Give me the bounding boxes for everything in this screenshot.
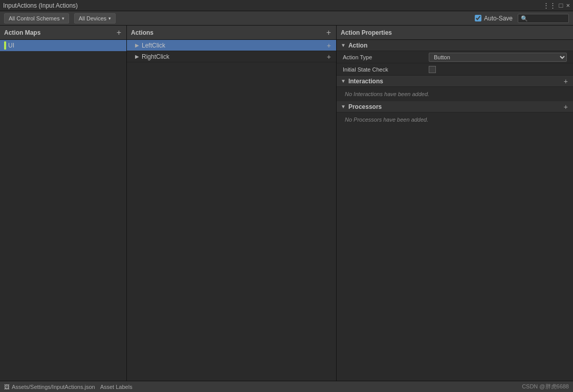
devices-arrow: ▾: [108, 16, 111, 21]
menu-icon[interactable]: ⋮⋮: [543, 2, 556, 9]
main-layout: Action Maps + UI Actions + ▶ LeftClick +…: [0, 26, 573, 381]
auto-save-label: Auto-Save: [484, 15, 513, 22]
action-section-arrow: ▼: [341, 42, 346, 48]
action-type-row: Action Type Button Value Pass Through: [337, 51, 573, 63]
bottom-bar: 🖼 Assets/Settings/InputActions.json Asse…: [0, 381, 573, 392]
action-label-rightclick: RightClick: [142, 53, 169, 60]
control-schemes-button[interactable]: All Control Schemes ▾: [4, 13, 69, 24]
actions-panel: Actions + ▶ LeftClick + ▶ RightClick +: [127, 26, 337, 381]
add-action-map-button[interactable]: +: [116, 29, 122, 37]
add-processor-button[interactable]: +: [563, 103, 569, 111]
actions-title: Actions: [131, 29, 153, 36]
action-item-leftclick[interactable]: ▶ LeftClick +: [127, 40, 336, 51]
action-map-label-ui: UI: [8, 42, 14, 49]
interactions-section-arrow: ▼: [341, 78, 346, 84]
window-title: InputActions (Input Actions): [3, 2, 78, 9]
action-map-item-ui[interactable]: UI: [0, 40, 126, 51]
asset-labels-item: Asset Labels: [100, 384, 133, 390]
action-map-accent: [4, 41, 6, 50]
devices-button[interactable]: All Devices ▾: [74, 13, 116, 24]
action-add-rightclick[interactable]: +: [326, 53, 332, 61]
action-arrow-rightclick: ▶: [135, 54, 139, 59]
processors-empty-msg: No Processors have been added.: [337, 112, 573, 127]
action-item-rightclick[interactable]: ▶ RightClick +: [127, 51, 336, 62]
action-add-leftclick[interactable]: +: [326, 41, 332, 50]
action-section-header[interactable]: ▼ Action: [337, 40, 573, 51]
action-type-label: Action Type: [343, 54, 425, 60]
devices-label: All Devices: [79, 15, 106, 21]
properties-title: Action Properties: [341, 29, 392, 36]
action-maps-panel: Action Maps + UI: [0, 26, 127, 381]
search-input[interactable]: [518, 14, 569, 23]
processors-section-header[interactable]: ▼ Processors +: [337, 101, 573, 112]
control-schemes-label: All Control Schemes: [9, 15, 60, 21]
control-schemes-arrow: ▾: [62, 16, 64, 21]
interactions-section-title: Interactions: [348, 78, 383, 85]
interactions-empty-msg: No Interactions have been added.: [337, 87, 573, 101]
path-icon: 🖼: [4, 384, 10, 390]
initial-state-label: Initial State Check: [343, 66, 425, 73]
properties-panel: Action Properties ▼ Action Action Type B…: [337, 26, 573, 381]
path-item: 🖼 Assets/Settings/InputActions.json: [4, 384, 95, 390]
action-label-leftclick: LeftClick: [142, 42, 165, 49]
action-type-select[interactable]: Button Value Pass Through: [429, 53, 567, 62]
watermark-text: CSDN @胖虎6688: [522, 383, 569, 390]
interactions-section-header[interactable]: ▼ Interactions +: [337, 76, 573, 87]
path-label: Assets/Settings/InputActions.json: [12, 384, 95, 390]
initial-state-checkbox[interactable]: [429, 66, 436, 73]
processors-section-arrow: ▼: [341, 104, 346, 109]
auto-save-checkbox[interactable]: [475, 15, 481, 21]
action-arrow-leftclick: ▶: [135, 42, 139, 48]
properties-header: Action Properties: [337, 26, 573, 40]
add-action-button[interactable]: +: [325, 29, 332, 37]
add-interaction-button[interactable]: +: [563, 77, 569, 85]
initial-state-row: Initial State Check: [337, 63, 573, 76]
asset-labels-text: Asset Labels: [100, 384, 133, 390]
top-bar: InputActions (Input Actions) ⋮⋮ □ ×: [0, 0, 573, 11]
action-section-title: Action: [348, 42, 367, 49]
window-controls: ⋮⋮ □ ×: [543, 2, 570, 9]
toolbar: All Control Schemes ▾ All Devices ▾ Auto…: [0, 11, 573, 26]
action-maps-header: Action Maps +: [0, 26, 126, 40]
maximize-icon[interactable]: □: [559, 2, 563, 9]
auto-save-area: Auto-Save: [475, 15, 513, 22]
processors-section-title: Processors: [348, 103, 382, 110]
close-icon[interactable]: ×: [566, 2, 570, 9]
action-maps-title: Action Maps: [4, 29, 40, 36]
actions-header: Actions +: [127, 26, 336, 40]
